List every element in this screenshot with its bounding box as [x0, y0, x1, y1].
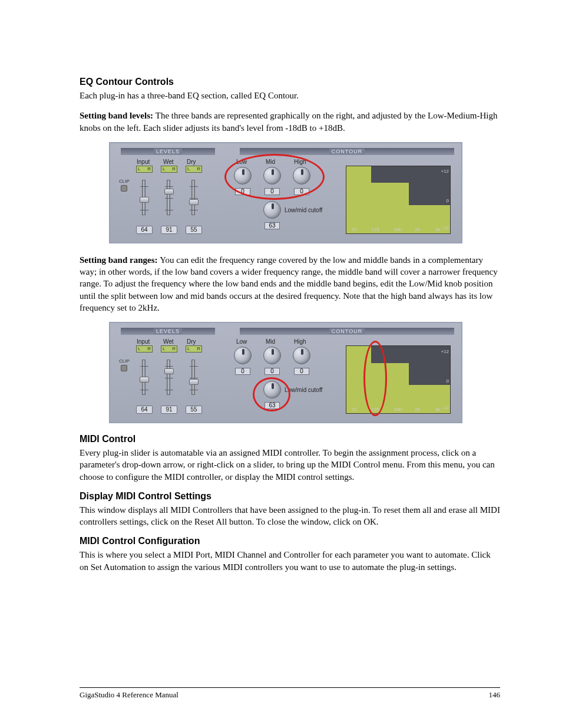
clip-indicator[interactable]: [121, 185, 127, 192]
label-wet: Wet: [163, 159, 174, 165]
label-low: Low: [236, 159, 247, 165]
footer-title: GigaStudio 4 Reference Manual: [80, 690, 178, 700]
knob-lowmid[interactable]: [263, 201, 281, 219]
levels-title-band-2: LEVELS: [121, 328, 215, 335]
knob-low-2[interactable]: [234, 347, 252, 364]
slider-dry-2[interactable]: [191, 360, 195, 395]
para-band-ranges: Setting band ranges: You can edit the fr…: [80, 254, 500, 314]
value-dry-2: 55: [186, 406, 202, 414]
eq-chart: 32 125 500 2k 8k +12 0 -12: [346, 166, 451, 234]
para-display-midi: This window displays all MIDI Controller…: [80, 504, 500, 528]
label-lowmid-2: Low/mid cutoff: [285, 387, 322, 393]
lr-wet[interactable]: LR: [161, 166, 177, 173]
lr-dry[interactable]: LR: [186, 166, 202, 173]
knob-lowmid-value-2: 63: [265, 402, 280, 409]
heading-display-midi: Display MIDI Control Settings: [80, 491, 500, 502]
label-clip: CLIP: [119, 179, 130, 184]
knob-lowmid-value: 63: [265, 222, 280, 229]
heading-midi-cfg: MIDI Control Configuration: [80, 536, 500, 546]
slider-wet[interactable]: [167, 180, 170, 215]
knob-low-value-2: 0: [235, 368, 250, 375]
knob-mid-2[interactable]: [263, 347, 281, 364]
label-wet-2: Wet: [163, 338, 174, 345]
knob-lowmid-2[interactable]: [263, 381, 281, 398]
heading-eq-contour: EQ Contour Controls: [80, 77, 500, 87]
slider-thumb-dry-2[interactable]: [189, 379, 199, 385]
label-dry-2: Dry: [187, 338, 196, 345]
para-midi-cfg: This is where you select a MIDI Port, MI…: [80, 549, 500, 573]
knob-high-2[interactable]: [293, 347, 310, 364]
label-band-levels: Setting band levels:: [80, 111, 156, 120]
knob-mid-value-2: 0: [265, 368, 280, 375]
slider-thumb-input-2[interactable]: [140, 377, 149, 383]
footer-page: 146: [489, 690, 501, 700]
lr-input[interactable]: LR: [136, 166, 153, 173]
slider-wet-2[interactable]: [167, 360, 170, 395]
slider-thumb-wet-2[interactable]: [164, 368, 174, 374]
slider-input-2[interactable]: [142, 360, 146, 395]
label-input: Input: [137, 159, 150, 165]
knob-mid-value: 0: [265, 188, 280, 195]
para-band-levels: Setting band levels: The three bands are…: [80, 110, 500, 134]
slider-thumb-input[interactable]: [140, 197, 149, 203]
clip-indicator-2[interactable]: [121, 365, 127, 371]
slider-input[interactable]: [142, 180, 146, 215]
value-dry: 55: [186, 226, 202, 234]
value-wet-2: 91: [161, 406, 177, 414]
value-wet: 91: [161, 226, 177, 234]
value-input-2: 64: [136, 406, 153, 414]
lr-wet-2[interactable]: LR: [161, 345, 177, 353]
lr-input-2[interactable]: LR: [136, 345, 153, 353]
label-lowmid: Low/mid cutoff: [285, 207, 322, 213]
figure-eq-1: LEVELS CONTOUR Input Wet Dry LR LR LR CL…: [109, 142, 462, 243]
slider-dry[interactable]: [191, 180, 195, 215]
value-input: 64: [136, 226, 153, 234]
label-low-2: Low: [236, 338, 247, 345]
lr-dry-2[interactable]: LR: [186, 345, 202, 353]
knob-mid[interactable]: [263, 167, 281, 185]
label-high-2: High: [294, 338, 306, 345]
eq-chart-2: 32 125 500 2k 8k +12 0 -12: [346, 345, 451, 414]
label-mid-2: Mid: [266, 338, 275, 345]
label-high: High: [294, 159, 306, 165]
slider-thumb-dry[interactable]: [189, 199, 199, 205]
knob-low-value: 0: [235, 188, 250, 195]
para-midi: Every plug-in slider is automatable via …: [80, 447, 500, 483]
label-band-ranges: Setting band ranges:: [80, 255, 160, 265]
contour-title-band-2: CONTOUR: [240, 328, 454, 335]
knob-high[interactable]: [293, 167, 310, 185]
figure-eq-2: LEVELS CONTOUR Input Wet Dry LR LR LR CL…: [109, 322, 462, 423]
slider-thumb-wet[interactable]: [164, 189, 174, 195]
heading-midi: MIDI Control: [80, 434, 500, 444]
contour-title-band: CONTOUR: [240, 148, 454, 155]
label-mid: Mid: [266, 159, 275, 165]
knob-high-value: 0: [294, 188, 309, 195]
label-dry: Dry: [187, 159, 196, 165]
levels-title-band: LEVELS: [121, 148, 215, 155]
label-clip-2: CLIP: [119, 358, 130, 364]
label-input-2: Input: [137, 338, 150, 345]
para-eq-intro: Each plug-in has a three-band EQ section…: [80, 90, 500, 101]
knob-high-value-2: 0: [294, 368, 309, 375]
page-footer: GigaStudio 4 Reference Manual 146: [80, 687, 500, 700]
knob-low[interactable]: [234, 167, 252, 185]
